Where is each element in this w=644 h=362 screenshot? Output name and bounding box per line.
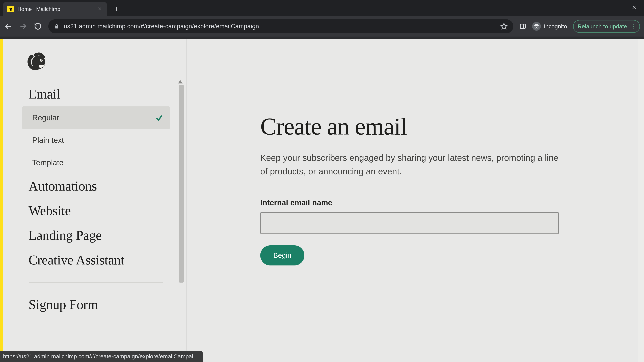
field-label-internal-name: Internal email name (260, 198, 644, 207)
check-icon (155, 114, 163, 122)
tab-strip: m Home | Mailchimp × + × (0, 0, 644, 16)
side-panel-icon[interactable] (520, 23, 526, 30)
nav-group-creative-assistant[interactable]: Creative Assistant (22, 248, 170, 272)
chevron-up-icon (158, 90, 166, 98)
chevron-down-icon (158, 207, 166, 215)
chevron-down-icon (158, 301, 166, 309)
reload-button[interactable] (34, 22, 42, 31)
nav-item-regular[interactable]: Regular (22, 106, 170, 129)
mailchimp-logo-icon[interactable] (25, 50, 46, 72)
relaunch-button[interactable]: Relaunch to update ⋮ (573, 20, 640, 33)
begin-button[interactable]: Begin (260, 245, 304, 266)
nav-item-label: Regular (32, 113, 59, 122)
svg-point-9 (537, 27, 538, 28)
relaunch-label: Relaunch to update (578, 23, 627, 30)
internal-email-name-input[interactable] (260, 212, 559, 234)
sidebar-nav: Email Regular Plain text Template (3, 82, 186, 317)
maximize-icon[interactable] (613, 5, 618, 10)
svg-rect-4 (55, 26, 58, 28)
link-status-preview: https://us21.admin.mailchimp.com/#/creat… (0, 351, 202, 362)
minimize-icon[interactable] (593, 5, 598, 10)
nav-group-label: Email (28, 86, 60, 102)
svg-point-8 (535, 27, 536, 28)
svg-rect-1 (614, 6, 617, 9)
svg-marker-5 (501, 23, 507, 29)
forward-button[interactable] (19, 22, 28, 31)
url-text: us21.admin.mailchimp.com/#/create-campai… (64, 23, 259, 30)
sidebar-divider (29, 282, 163, 283)
browser-chrome: m Home | Mailchimp × + × (0, 0, 644, 36)
sidebar-scrollbar[interactable] (179, 85, 184, 283)
mailchimp-favicon-icon: m (7, 6, 14, 12)
sidebar-back-button[interactable] (12, 58, 18, 64)
tab-close-icon[interactable]: × (97, 5, 102, 12)
kebab-menu-icon[interactable]: ⋮ (631, 24, 636, 29)
nav-group-signup-form[interactable]: Signup Form (22, 292, 170, 317)
lock-icon (54, 24, 59, 29)
scroll-up-icon[interactable] (178, 80, 183, 83)
page-description: Keep your subscribers engaged by sharing… (260, 151, 559, 178)
window-controls: × (573, 2, 644, 16)
sidebar: Email Regular Plain text Template (3, 39, 186, 362)
app-page: Email Regular Plain text Template (0, 39, 644, 362)
svg-point-13 (41, 59, 42, 60)
nav-group-label: Landing Page (28, 228, 102, 243)
nav-group-email[interactable]: Email (22, 82, 170, 106)
tab-title: Home | Mailchimp (18, 6, 93, 12)
svg-rect-6 (520, 24, 525, 29)
nav-group-landing-page[interactable]: Landing Page (22, 223, 170, 248)
nav-item-label: Template (32, 158, 64, 167)
nav-group-website[interactable]: Website (22, 198, 170, 223)
accent-strip (0, 39, 3, 362)
nav-group-label: Creative Assistant (28, 252, 124, 268)
nav-group-label: Automations (28, 178, 97, 194)
incognito-indicator[interactable]: Incognito (532, 22, 567, 31)
nav-group-label: Website (28, 203, 71, 218)
browser-toolbar: us21.admin.mailchimp.com/#/create-campai… (0, 16, 644, 36)
nav-item-template[interactable]: Template (22, 151, 170, 174)
nav-item-label: Plain text (32, 136, 64, 145)
chevron-down-icon[interactable] (573, 4, 579, 10)
incognito-icon (532, 22, 541, 31)
main-content: Create an email Keep your subscribers en… (186, 39, 644, 362)
page-scrollbar[interactable] (638, 39, 644, 362)
page-title: Create an email (260, 113, 644, 140)
new-tab-button[interactable]: + (111, 4, 122, 14)
nav-item-plain-text[interactable]: Plain text (22, 129, 170, 151)
incognito-label: Incognito (544, 23, 567, 30)
sidebar-header (3, 39, 186, 82)
browser-tab[interactable]: m Home | Mailchimp × (3, 2, 107, 16)
back-button[interactable] (4, 22, 13, 31)
nav-group-automations[interactable]: Automations (22, 174, 170, 198)
window-close-icon[interactable]: × (632, 3, 636, 11)
nav-group-label: Signup Form (28, 297, 98, 312)
bookmark-star-icon[interactable] (500, 23, 508, 30)
sidebar-scrollbar-thumb[interactable] (179, 85, 184, 283)
address-bar[interactable]: us21.admin.mailchimp.com/#/create-campai… (48, 19, 513, 33)
